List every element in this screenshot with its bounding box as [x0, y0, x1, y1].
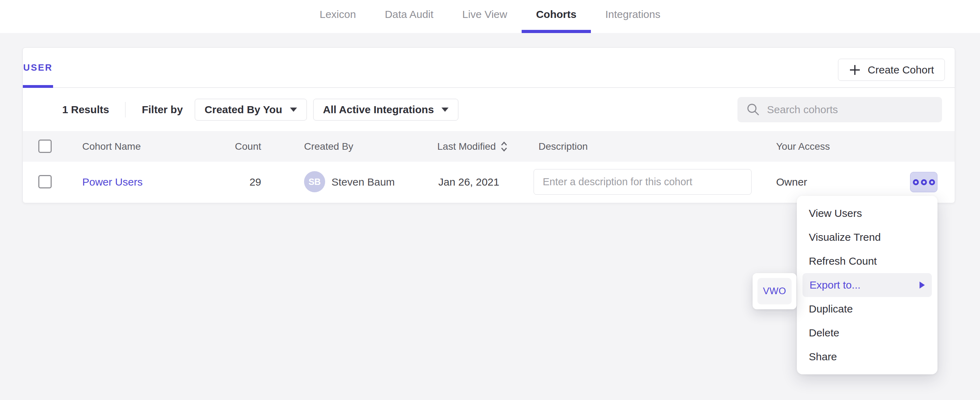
more-icon: [921, 179, 927, 185]
tab-lexicon[interactable]: Lexicon: [305, 0, 370, 33]
submenu-arrow-icon: [920, 282, 925, 288]
create-cohort-label: Create Cohort: [868, 64, 934, 76]
row-checkbox[interactable]: [38, 175, 52, 188]
more-icon: [913, 179, 919, 185]
export-submenu: VWO: [752, 273, 797, 309]
menu-item-duplicate[interactable]: Duplicate: [797, 297, 937, 321]
tab-live-view[interactable]: Live View: [448, 0, 522, 33]
create-cohort-button[interactable]: Create Cohort: [838, 59, 945, 81]
created-by-filter-value: Created By You: [205, 104, 282, 116]
tab-user[interactable]: USER: [23, 48, 53, 87]
column-count: Count: [192, 141, 261, 152]
results-count: 1 Results: [62, 104, 109, 116]
select-all-checkbox[interactable]: [38, 140, 52, 153]
divider: [125, 102, 126, 117]
access-value: Owner: [776, 176, 807, 188]
last-modified-date: Jan 26, 2021: [438, 176, 499, 188]
chevron-down-icon: [290, 108, 297, 112]
menu-item-export-to[interactable]: Export to...: [802, 273, 932, 297]
submenu-item-vwo[interactable]: VWO: [757, 278, 792, 304]
search-input[interactable]: [767, 104, 934, 116]
filter-row: 1 Results Filter by Created By You All A…: [23, 88, 955, 131]
chevron-down-icon: [441, 108, 449, 112]
column-your-access: Your Access: [776, 141, 830, 152]
column-last-modified[interactable]: Last Modified: [437, 141, 508, 152]
column-cohort-name: Cohort Name: [82, 141, 141, 152]
menu-item-refresh-count[interactable]: Refresh Count: [797, 249, 937, 273]
table-header: Cohort Name Count Created By Last Modifi…: [23, 131, 955, 162]
cohort-name-link[interactable]: Power Users: [82, 176, 143, 188]
tab-cohorts[interactable]: Cohorts: [522, 0, 591, 33]
description-input[interactable]: [534, 169, 751, 195]
column-last-modified-label: Last Modified: [437, 141, 496, 152]
column-description: Description: [539, 141, 588, 152]
tab-data-audit[interactable]: Data Audit: [371, 0, 448, 33]
avatar: SB: [304, 171, 325, 192]
screen: Lexicon Data Audit Live View Cohorts Int…: [0, 0, 980, 400]
row-context-menu: View Users Visualize Trend Refresh Count…: [797, 196, 937, 375]
created-by-name: Steven Baum: [331, 176, 395, 188]
cohorts-panel: USER Create Cohort 1 Results Filter by C…: [22, 48, 955, 203]
more-icon: [929, 179, 935, 185]
top-navigation: Lexicon Data Audit Live View Cohorts Int…: [0, 0, 980, 33]
filter-by-label: Filter by: [142, 104, 183, 116]
integrations-filter-value: All Active Integrations: [323, 104, 434, 116]
created-by-filter-dropdown[interactable]: Created By You: [195, 99, 307, 121]
column-created-by: Created By: [304, 141, 353, 152]
menu-item-view-users[interactable]: View Users: [797, 201, 937, 225]
search-icon: [746, 102, 760, 117]
tab-integrations[interactable]: Integrations: [591, 0, 675, 33]
cohort-count: 29: [192, 176, 261, 188]
plus-icon: [849, 64, 861, 76]
sort-icon: [500, 141, 508, 152]
menu-item-export-to-label: Export to...: [810, 279, 861, 291]
panel-tab-row: USER Create Cohort: [23, 48, 955, 88]
menu-item-visualize-trend[interactable]: Visualize Trend: [797, 225, 937, 249]
integrations-filter-dropdown[interactable]: All Active Integrations: [313, 99, 459, 121]
more-actions-button[interactable]: [910, 172, 937, 192]
search-cohorts-box: [737, 97, 942, 122]
menu-item-delete[interactable]: Delete: [797, 321, 937, 345]
menu-item-share[interactable]: Share: [797, 345, 937, 369]
